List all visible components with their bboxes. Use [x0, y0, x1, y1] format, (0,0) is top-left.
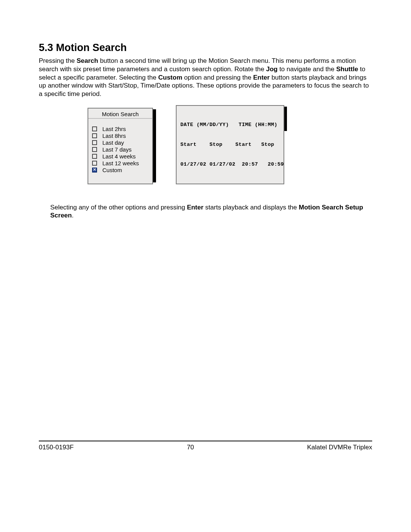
- menu-item[interactable]: Last 8hrs: [92, 133, 148, 139]
- menu-item-label: Last 7 days: [102, 146, 132, 153]
- footer-product: Kalatel DVMRe Triplex: [307, 444, 372, 451]
- motion-search-menu: Motion Search Last 2hrs Last 8hrs Last d…: [88, 108, 153, 184]
- datetime-header-row: DATE (MM/DD/YY) TIME (HH:MM): [180, 121, 280, 128]
- checkbox-selected-icon[interactable]: [92, 168, 97, 173]
- page-footer: 0150-0193F 70 Kalatel DVMRe Triplex: [39, 441, 372, 451]
- menu-item[interactable]: Custom: [92, 167, 148, 174]
- datetime-values-row: 01/27/02 01/27/02 20:57 20:59: [180, 161, 280, 168]
- text: to navigate and the: [277, 66, 336, 73]
- footer-page-number: 70: [187, 444, 194, 451]
- menu-title: Motion Search: [88, 109, 152, 119]
- text: Selecting any of the other options and p…: [50, 204, 187, 211]
- footer-doc-id: 0150-0193F: [39, 444, 74, 451]
- closing-paragraph: Selecting any of the other options and p…: [50, 203, 372, 220]
- bold-custom: Custom: [158, 74, 182, 81]
- menu-item[interactable]: Last 2hrs: [92, 126, 148, 133]
- menu-item-label: Last 8hrs: [102, 133, 126, 139]
- intro-paragraph: Pressing the Search button a second time…: [39, 57, 372, 98]
- menu-item-label: Last 2hrs: [102, 126, 126, 132]
- bold-shuttle: Shuttle: [336, 66, 358, 73]
- menu-item[interactable]: Last day: [92, 139, 148, 146]
- datetime-labels-row: Start Stop Start Stop: [180, 141, 280, 148]
- bold-enter: Enter: [253, 74, 269, 81]
- text: option and pressing the: [182, 74, 253, 81]
- menu-item-label: Last day: [102, 139, 124, 146]
- checkbox-icon[interactable]: [92, 126, 97, 131]
- menu-item[interactable]: Last 7 days: [92, 146, 148, 153]
- checkbox-icon[interactable]: [92, 161, 97, 166]
- bold-jog: Jog: [266, 66, 277, 73]
- menu-item-label: Custom: [102, 167, 122, 173]
- menu-item[interactable]: Last 12 weeks: [92, 160, 148, 167]
- menu-item-label: Last 12 weeks: [102, 160, 139, 166]
- text: Pressing the: [39, 57, 76, 64]
- checkbox-icon[interactable]: [92, 133, 97, 138]
- checkbox-icon[interactable]: [92, 154, 97, 159]
- bold-enter: Enter: [187, 204, 203, 211]
- section-heading: 5.3 Motion Search: [39, 42, 372, 54]
- checkbox-icon[interactable]: [92, 140, 97, 145]
- checkbox-icon[interactable]: [92, 147, 97, 152]
- text: .: [72, 212, 74, 219]
- bold-search: Search: [76, 57, 98, 64]
- text: starts playback and displays the: [204, 204, 299, 211]
- menu-item-label: Last 4 weeks: [102, 153, 136, 160]
- menu-item[interactable]: Last 4 weeks: [92, 153, 148, 160]
- datetime-panel: DATE (MM/DD/YY) TIME (HH:MM) Start Stop …: [176, 105, 284, 184]
